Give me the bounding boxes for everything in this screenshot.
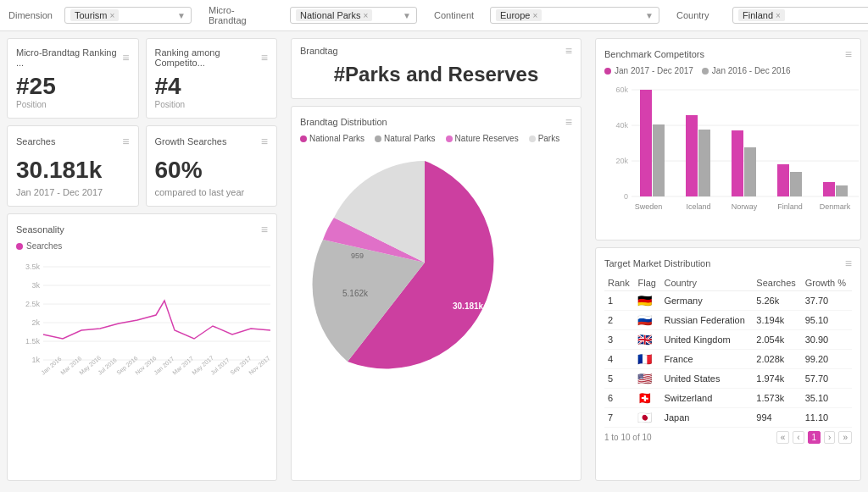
bench-2016-dot	[702, 68, 709, 75]
dimension-chevron-icon[interactable]: ▼	[177, 11, 186, 20]
table-header-row: Rank Flag Country Searches Growth %	[604, 275, 852, 291]
cell-flag: 🇩🇪	[634, 291, 660, 311]
searches-period: Jan 2017 - Dec 2017	[16, 187, 130, 197]
benchmark-card: Benchmark Competitors ≡ Jan 2017 - Dec 2…	[595, 38, 861, 240]
searches-legend-dot	[16, 243, 23, 250]
searches-menu-icon[interactable]: ≡	[122, 135, 129, 148]
growth-menu-icon[interactable]: ≡	[261, 135, 268, 148]
svg-text:Finland: Finland	[777, 202, 803, 211]
svg-text:Jan 2016: Jan 2016	[40, 356, 63, 376]
target-market-card: Target Market Distribution ≡ Rank Flag C…	[595, 247, 861, 481]
cell-country: Germany	[660, 291, 753, 311]
svg-text:2.5k: 2.5k	[25, 300, 41, 308]
cell-growth: 37.70	[802, 291, 852, 311]
continent-chevron-icon[interactable]: ▼	[645, 11, 654, 20]
pagination-next-button[interactable]: ›	[824, 431, 835, 444]
table-row: 2 🇷🇺 Russian Federation 3.194k 95.10	[604, 311, 852, 330]
cell-flag: 🇬🇧	[634, 330, 660, 350]
brandtag-title: #Parks and Reserves	[300, 63, 572, 86]
target-market-header: Target Market Distribution ≡	[604, 257, 852, 270]
country-label: Country	[676, 10, 727, 20]
svg-rect-38	[698, 130, 710, 196]
cell-searches: 1.573k	[753, 389, 801, 408]
pagination: 1 to 10 of 10 « ‹ 1 › »	[604, 431, 852, 444]
competitor-ranking-card: Ranking among Competito... ≡ #4 Position	[146, 38, 278, 119]
dimension-select[interactable]: Tourism × ▼	[64, 7, 192, 24]
microbrandtag-close-icon[interactable]: ×	[364, 11, 369, 20]
brandtag-dist-menu-icon[interactable]: ≡	[565, 115, 572, 129]
cell-flag: 🇯🇵	[634, 408, 660, 428]
bench-legend-2017: Jan 2017 - Dec 2017	[604, 66, 693, 75]
dimension-close-icon[interactable]: ×	[110, 11, 115, 20]
pagination-last-button[interactable]: »	[838, 431, 852, 444]
svg-text:Sweden: Sweden	[635, 202, 663, 211]
microbrandtag-tag: National Parks ×	[296, 9, 372, 21]
legend-natural-parks: Natural Parks	[375, 134, 436, 143]
pagination-prev-button[interactable]: ‹	[793, 431, 804, 444]
continent-select[interactable]: Europe × ▼	[490, 7, 659, 24]
cell-growth: 35.10	[802, 389, 852, 408]
country-select[interactable]: Finland × ▼	[732, 7, 868, 24]
svg-text:0: 0	[624, 192, 628, 201]
brandtag-distribution-card: Brandtag Distribution ≡ National Parks N…	[291, 106, 581, 481]
svg-text:959: 959	[351, 252, 364, 260]
brandtag-distribution-header: Brandtag Distribution ≡	[300, 115, 572, 129]
table-row: 4 🇫🇷 France 2.028k 99.20	[604, 350, 852, 369]
national-parks-dot	[300, 135, 307, 142]
benchmark-menu-icon[interactable]: ≡	[845, 47, 852, 61]
left-panel: Micro-Brandtag Ranking ... ≡ #25 Positio…	[0, 31, 284, 488]
brandtag-menu-icon[interactable]: ≡	[565, 44, 572, 58]
searches-header: Searches ≡	[16, 135, 130, 148]
col-growth: Growth %	[802, 275, 852, 291]
pagination-current-button[interactable]: 1	[808, 431, 821, 444]
competitor-ranking-label: Position	[155, 100, 269, 109]
svg-text:30.181k: 30.181k	[453, 301, 484, 311]
continent-label: Continent	[434, 10, 485, 20]
continent-tag: Europe ×	[496, 9, 542, 21]
benchmark-bar-chart: 60k 40k 20k 0	[604, 80, 863, 229]
continent-close-icon[interactable]: ×	[532, 11, 537, 20]
svg-rect-44	[836, 185, 848, 196]
microbrandtag-chevron-icon[interactable]: ▼	[403, 11, 411, 20]
svg-text:40k: 40k	[615, 121, 628, 130]
cell-searches: 1.974k	[753, 369, 801, 389]
svg-text:3k: 3k	[31, 281, 40, 290]
svg-text:20k: 20k	[615, 157, 628, 165]
cell-rank: 4	[604, 350, 634, 369]
pagination-controls[interactable]: « ‹ 1 › »	[776, 431, 852, 444]
micro-ranking-label: Position	[16, 100, 130, 109]
col-rank: Rank	[604, 275, 634, 291]
legend-nature-reserves: Nature Reserves	[446, 134, 519, 143]
bench-legend-2016: Jan 2016 - Dec 2016	[702, 66, 791, 75]
target-market-menu-icon[interactable]: ≡	[845, 257, 852, 270]
svg-rect-37	[686, 115, 698, 196]
micro-ranking-menu-icon[interactable]: ≡	[122, 51, 129, 64]
country-close-icon[interactable]: ×	[776, 11, 781, 20]
cell-country: France	[660, 350, 753, 369]
svg-text:3.5k: 3.5k	[25, 263, 41, 271]
cell-country: United Kingdom	[660, 330, 753, 350]
brandtag-section-header: Brandtag ≡	[300, 44, 572, 58]
col-country: Country	[660, 275, 753, 291]
svg-rect-35	[640, 90, 652, 196]
table-row: 1 🇩🇪 Germany 5.26k 37.70	[604, 291, 852, 311]
cell-country: United States	[660, 369, 753, 389]
ranking-cards: Micro-Brandtag Ranking ... ≡ #25 Positio…	[7, 38, 277, 119]
svg-rect-41	[777, 164, 789, 196]
cell-country: Switzerland	[660, 389, 753, 408]
seasonality-header: Seasonality ≡	[16, 223, 268, 236]
cell-searches: 5.26k	[753, 291, 801, 311]
country-filter: Country Finland × ▼	[676, 7, 868, 24]
seasonality-menu-icon[interactable]: ≡	[261, 223, 268, 236]
nature-reserves-dot	[446, 135, 453, 142]
cell-growth: 30.90	[802, 330, 852, 350]
dimension-tag: Tourism ×	[70, 9, 119, 21]
cell-rank: 1	[604, 291, 634, 311]
microbrandtag-select[interactable]: National Parks × ▼	[290, 7, 417, 24]
cell-rank: 2	[604, 311, 634, 330]
pagination-first-button[interactable]: «	[776, 431, 790, 444]
competitor-ranking-menu-icon[interactable]: ≡	[261, 51, 268, 64]
seasonality-legend: Searches	[16, 241, 268, 251]
svg-rect-39	[732, 130, 743, 196]
legend-parks: Parks	[529, 134, 560, 143]
